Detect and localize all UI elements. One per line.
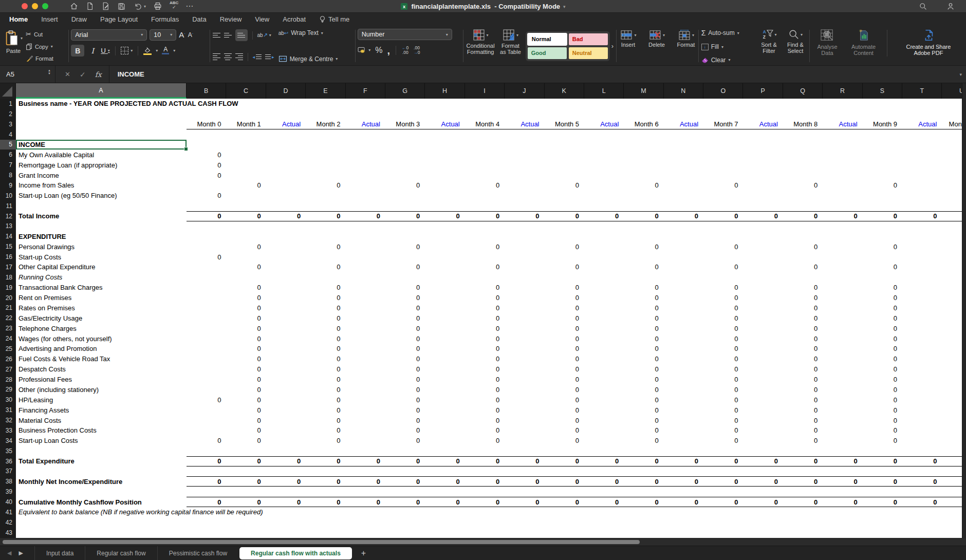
traffic-minimize-button[interactable]	[32, 3, 38, 9]
cell-T35[interactable]	[902, 446, 942, 456]
cell-M35[interactable]	[624, 446, 663, 456]
cell-T37[interactable]	[902, 466, 942, 477]
cell-T30[interactable]	[902, 395, 942, 405]
cell-B39[interactable]	[187, 487, 226, 497]
merge-centre-button[interactable]: Merge & Centre▾	[278, 55, 338, 62]
cell-A31[interactable]: Financing Assets	[16, 405, 187, 415]
cell-B38[interactable]: 0	[187, 476, 226, 487]
create-share-adobe-pdf-button[interactable]: Create and Share Adobe PDF	[895, 28, 962, 64]
cell-T12[interactable]: 0	[902, 211, 942, 221]
autosum-button[interactable]: Σ Auto-sum▾	[701, 29, 754, 37]
row-header-42[interactable]: 42	[0, 517, 16, 528]
cell-U31[interactable]	[942, 405, 962, 415]
cell-H17[interactable]	[425, 262, 465, 272]
cell-J26[interactable]	[505, 354, 544, 364]
cell-B2[interactable]	[187, 109, 226, 119]
cell-R24[interactable]	[823, 333, 862, 344]
cell-L31[interactable]	[584, 405, 624, 415]
cell-C32[interactable]: 0	[226, 415, 266, 425]
cell-E36[interactable]: 0	[306, 456, 345, 466]
cell-J16[interactable]	[505, 252, 544, 262]
cell-Q9[interactable]: 0	[783, 180, 823, 191]
cell-S12[interactable]: 0	[863, 211, 902, 221]
cell-H22[interactable]	[425, 313, 465, 323]
cell-P2[interactable]	[743, 109, 783, 119]
cell-Q15[interactable]: 0	[783, 241, 823, 252]
cell-P29[interactable]	[743, 385, 783, 395]
row-header-31[interactable]: 31	[0, 405, 16, 415]
cell-G42[interactable]	[385, 517, 425, 528]
cell-B19[interactable]	[187, 283, 226, 293]
row-header-36[interactable]: 36	[0, 456, 16, 466]
cell-D2[interactable]	[266, 109, 306, 119]
cell-C18[interactable]	[226, 272, 266, 283]
cell-H14[interactable]	[425, 231, 465, 241]
cell-U27[interactable]	[942, 364, 962, 375]
cell-style-bad[interactable]: Bad	[569, 33, 608, 45]
cell-F19[interactable]	[346, 283, 385, 293]
row-header-41[interactable]: 41	[0, 507, 16, 517]
cell-G22[interactable]: 0	[385, 313, 425, 323]
cell-R37[interactable]	[823, 466, 862, 477]
row-header-13[interactable]: 13	[0, 221, 16, 232]
cell-U41[interactable]	[942, 507, 962, 517]
cell-O33[interactable]: 0	[703, 425, 743, 436]
cell-Q12[interactable]: 0	[783, 211, 823, 221]
cell-U32[interactable]	[942, 415, 962, 425]
cell-R17[interactable]	[823, 262, 862, 272]
cell-S36[interactable]: 0	[863, 456, 902, 466]
select-all-corner[interactable]	[0, 83, 16, 99]
cell-Q3[interactable]: Month 8	[783, 119, 823, 129]
cell-P43[interactable]	[743, 528, 783, 538]
cell-H15[interactable]	[425, 241, 465, 252]
cell-Q21[interactable]: 0	[783, 303, 823, 313]
cell-A2[interactable]	[16, 109, 187, 119]
cell-G31[interactable]: 0	[385, 405, 425, 415]
cell-F4[interactable]	[346, 129, 385, 140]
row-header-7[interactable]: 7	[0, 160, 16, 170]
cell-A39[interactable]	[16, 487, 187, 497]
cell-H38[interactable]: 0	[425, 476, 465, 487]
cell-R18[interactable]	[823, 272, 862, 283]
cell-T16[interactable]	[902, 252, 942, 262]
cell-C6[interactable]	[226, 150, 266, 160]
cell-A17[interactable]: Other Capital Expenditure	[16, 262, 187, 272]
cell-L17[interactable]	[584, 262, 624, 272]
cell-I12[interactable]: 0	[465, 211, 505, 221]
cell-P10[interactable]	[743, 191, 783, 201]
cell-G6[interactable]	[385, 150, 425, 160]
cell-H31[interactable]	[425, 405, 465, 415]
cell-F43[interactable]	[346, 528, 385, 538]
cell-H35[interactable]	[425, 446, 465, 456]
accounting-format-button[interactable]: ▾	[358, 44, 370, 56]
cell-P3[interactable]: Actual	[743, 119, 783, 129]
name-box[interactable]: A5 ▲▼	[0, 66, 55, 83]
cell-D39[interactable]	[266, 487, 306, 497]
cell-A35[interactable]	[16, 446, 187, 456]
cell-N40[interactable]: 0	[664, 497, 703, 507]
cell-U24[interactable]	[942, 333, 962, 344]
cell-H40[interactable]: 0	[425, 497, 465, 507]
cell-Q17[interactable]: 0	[783, 262, 823, 272]
cell-M7[interactable]	[624, 160, 663, 170]
sheet-tab-regular-cash-flow[interactable]: Regular cash flow	[85, 546, 157, 560]
cell-T17[interactable]	[902, 262, 942, 272]
cell-H12[interactable]: 0	[425, 211, 465, 221]
column-header-K[interactable]: K	[545, 83, 584, 99]
cell-S38[interactable]: 0	[863, 476, 902, 487]
cell-S11[interactable]	[863, 201, 902, 211]
cell-Q40[interactable]: 0	[783, 497, 823, 507]
cell-E26[interactable]: 0	[306, 354, 345, 364]
cell-I10[interactable]	[465, 191, 505, 201]
cell-F10[interactable]	[346, 191, 385, 201]
cell-E32[interactable]: 0	[306, 415, 345, 425]
cell-I11[interactable]	[465, 201, 505, 211]
traffic-zoom-button[interactable]	[42, 3, 48, 9]
cell-J29[interactable]	[505, 385, 544, 395]
cell-T41[interactable]	[902, 507, 942, 517]
cell-T5[interactable]	[902, 140, 942, 150]
percent-style-button[interactable]: %	[375, 44, 382, 56]
cell-O32[interactable]: 0	[703, 415, 743, 425]
row-header-18[interactable]: 18	[0, 272, 16, 283]
cell-C21[interactable]: 0	[226, 303, 266, 313]
